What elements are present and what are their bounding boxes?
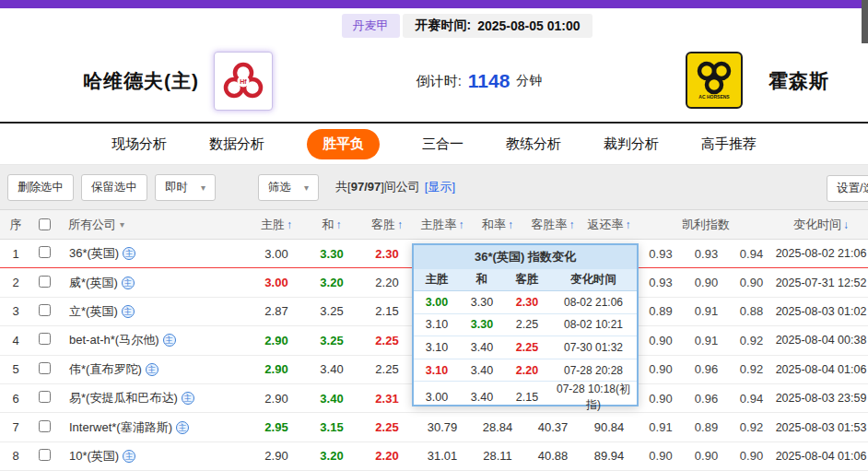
cell-home-odds: 2.87 [249, 304, 304, 318]
popup-change-time: 07-30 01:32 [550, 341, 637, 354]
row-checkbox[interactable] [39, 420, 51, 432]
col-company[interactable]: 所有公司 ▾ [57, 217, 249, 233]
popup-col-time: 变化时间 [550, 272, 637, 288]
col-home-label: 主胜 [261, 217, 285, 233]
instant-dropdown[interactable]: 即时 ▾ [155, 174, 216, 201]
col-seq[interactable]: 序 [0, 217, 31, 233]
cell-company[interactable]: 易*(安提瓜和巴布达) 主 [57, 390, 249, 406]
row-checkbox[interactable] [39, 246, 51, 258]
row-checkbox[interactable] [39, 449, 51, 461]
cell-change-time: 2025-08-04 01:06 [774, 450, 868, 463]
col-home-odds[interactable]: 主胜↑ [249, 217, 304, 233]
cell-company[interactable]: 威*(英国) 主 [57, 275, 249, 291]
settings-button[interactable]: 设置/选择 [827, 175, 868, 202]
cell-change-time: 2025-08-02 21:06 [774, 247, 868, 260]
sort-asc-icon: ↑ [336, 218, 342, 231]
cell-draw-odds: 3.15 [304, 420, 359, 434]
cell-seq: 1 [0, 247, 31, 261]
cell-kelly-draw: 0.89 [684, 420, 729, 434]
tab-2[interactable]: 数据分析 [209, 135, 264, 153]
tab-1[interactable]: 现场分析 [111, 135, 167, 153]
cell-check [31, 362, 57, 377]
cell-seq: 6 [0, 392, 31, 406]
company-filter-caret-icon[interactable]: ▾ [120, 219, 124, 230]
popup-col-draw: 和 [460, 272, 504, 288]
popup-title: 36*(英国) 指数变化 [414, 245, 637, 269]
popup-home-odds: 3.00 [414, 391, 460, 404]
col-return-rate[interactable]: 返还率↑ [581, 217, 638, 233]
tab-bar: 现场分析数据分析胜平负三合一教练分析裁判分析高手推荐 [0, 124, 868, 165]
cell-company[interactable]: 伟*(直布罗陀) 主 [57, 361, 249, 378]
row-checkbox[interactable] [39, 391, 51, 403]
row-checkbox[interactable] [39, 304, 51, 316]
company-name: bet-at-h*(马尔他) [69, 332, 159, 348]
popup-header: 主胜 和 客胜 变化时间 [414, 269, 637, 291]
cell-company[interactable]: 36*(英国) 主 [57, 245, 249, 262]
row-checkbox[interactable] [39, 333, 51, 345]
row-checkbox[interactable] [39, 362, 51, 374]
col-home-rate[interactable]: 主胜率↑ [415, 217, 470, 233]
cell-kelly-away: 0.92 [729, 334, 774, 347]
col-draw-odds[interactable]: 和↑ [304, 217, 359, 233]
cell-kelly-away: 0.88 [729, 304, 774, 318]
sort-asc-icon: ↑ [397, 218, 403, 231]
home-team-logo: Hf [214, 52, 273, 111]
tab-7[interactable]: 高手推荐 [701, 135, 757, 153]
cell-company[interactable]: Interwet*(塞浦路斯) 主 [57, 419, 249, 436]
sort-asc-icon: ↑ [569, 218, 575, 231]
start-time-box: 开赛时间: 2025-08-05 01:00 [403, 14, 593, 38]
cell-change-time: 2025-08-03 01:53 [774, 421, 868, 434]
cell-company[interactable]: 立*(英国) 主 [57, 303, 249, 320]
company-badge-icon: 主 [176, 421, 189, 434]
cell-return-rate: 89.94 [581, 449, 638, 463]
col-draw-rate[interactable]: 和率↑ [470, 217, 525, 233]
table-row[interactable]: 8 10*(英国) 主 2.90 3.20 2.20 31.01 28.11 4… [0, 442, 868, 471]
sort-desc-icon: ↓ [843, 218, 849, 231]
popup-home-odds: 3.10 [414, 341, 460, 354]
cell-kelly-home: 0.90 [638, 334, 684, 347]
popup-row: 3.00 3.30 2.30 08-02 21:06 [414, 291, 637, 314]
cell-draw-odds: 3.30 [304, 247, 359, 261]
cell-kelly-away: 0.90 [729, 276, 774, 289]
col-away-odds[interactable]: 客胜↑ [359, 217, 415, 233]
cell-company[interactable]: bet-at-h*(马尔他) 主 [57, 332, 249, 348]
keep-selected-button[interactable]: 保留选中 [81, 174, 147, 201]
col-select-all[interactable] [31, 218, 57, 230]
company-badge-icon: 主 [122, 277, 135, 289]
table-row[interactable]: 7 Interwet*(塞浦路斯) 主 2.95 3.15 2.25 30.79… [0, 413, 868, 442]
col-away-label: 客胜 [371, 217, 395, 233]
filter-dropdown[interactable]: 筛选 ▾ [258, 174, 319, 201]
tab-3[interactable]: 胜平负 [307, 129, 380, 159]
col-away-rate[interactable]: 客胜率↑ [525, 217, 581, 233]
delete-selected-button[interactable]: 删除选中 [7, 174, 74, 201]
cell-away-rate: 40.88 [525, 449, 581, 463]
company-name: 10*(英国) [69, 448, 119, 465]
league-badge[interactable]: 丹麦甲 [342, 14, 400, 38]
company-badge-icon: 主 [146, 363, 158, 376]
company-count-suffix: ]间公司 [381, 180, 420, 194]
row-checkbox[interactable] [39, 276, 51, 288]
instant-dropdown-label: 即时 [165, 180, 188, 195]
col-seq-label: 序 [10, 217, 22, 233]
tab-5[interactable]: 教练分析 [506, 135, 561, 153]
cell-kelly-draw: 0.90 [684, 449, 729, 463]
col-draw-label: 和 [323, 217, 334, 233]
chevron-down-icon: ▾ [201, 183, 205, 193]
cell-draw-odds: 3.40 [304, 362, 359, 376]
scrollbar-thumb[interactable] [862, 0, 868, 43]
select-all-checkbox[interactable] [39, 218, 51, 230]
company-badge-icon: 主 [182, 392, 194, 405]
col-change-time[interactable]: 变化时间↓ [774, 217, 868, 233]
toolbar: 删除选中 保留选中 即时 ▾ 筛选 ▾ 共[97/97]间公司[显示] 设置/选… [0, 165, 868, 209]
col-draw-rate-label: 和率 [482, 217, 506, 233]
cell-draw-rate: 28.11 [470, 449, 525, 463]
popup-home-odds: 3.10 [414, 364, 460, 377]
cell-company[interactable]: 10*(英国) 主 [57, 448, 249, 465]
cell-kelly-draw: 0.93 [684, 247, 729, 261]
cell-home-odds: 2.90 [249, 362, 304, 376]
col-change-time-label: 变化时间 [793, 217, 841, 233]
col-kelly[interactable]: 凯利指数 [638, 217, 774, 233]
tab-6[interactable]: 裁判分析 [604, 135, 659, 153]
tab-4[interactable]: 三合一 [422, 135, 463, 153]
show-link[interactable]: [显示] [425, 180, 455, 194]
